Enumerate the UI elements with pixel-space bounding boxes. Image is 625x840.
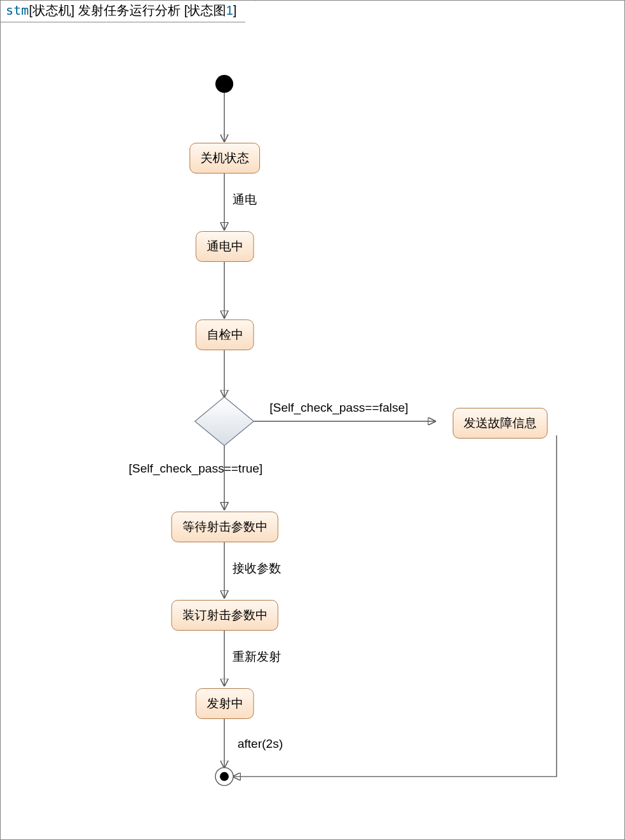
initial-state xyxy=(215,75,233,93)
guard-false: [Self_check_pass==false] xyxy=(270,401,409,415)
state-powering: 通电中 xyxy=(196,231,254,262)
guard-true: [Self_check_pass==true] xyxy=(129,462,263,476)
state-wait-params: 等待射击参数中 xyxy=(172,512,279,542)
state-firing: 发射中 xyxy=(196,688,254,719)
state-send-fault: 发送故障信息 xyxy=(453,408,548,439)
label-recv-params: 接收参数 xyxy=(232,560,281,577)
label-after-2s: after(2s) xyxy=(238,737,283,751)
final-state xyxy=(215,768,233,786)
edge-s7-final xyxy=(233,435,556,777)
state-bind-params: 装订射击参数中 xyxy=(172,600,279,631)
diagram-frame: stm[状态机] 发射任务运行分析 [状态图1] xyxy=(0,0,625,840)
state-selfcheck: 自检中 xyxy=(196,319,254,350)
label-refire: 重新发射 xyxy=(232,649,281,665)
state-shutdown: 关机状态 xyxy=(190,143,260,174)
svg-point-1 xyxy=(220,772,229,781)
label-power-on: 通电 xyxy=(232,191,257,208)
choice-node xyxy=(195,397,254,446)
